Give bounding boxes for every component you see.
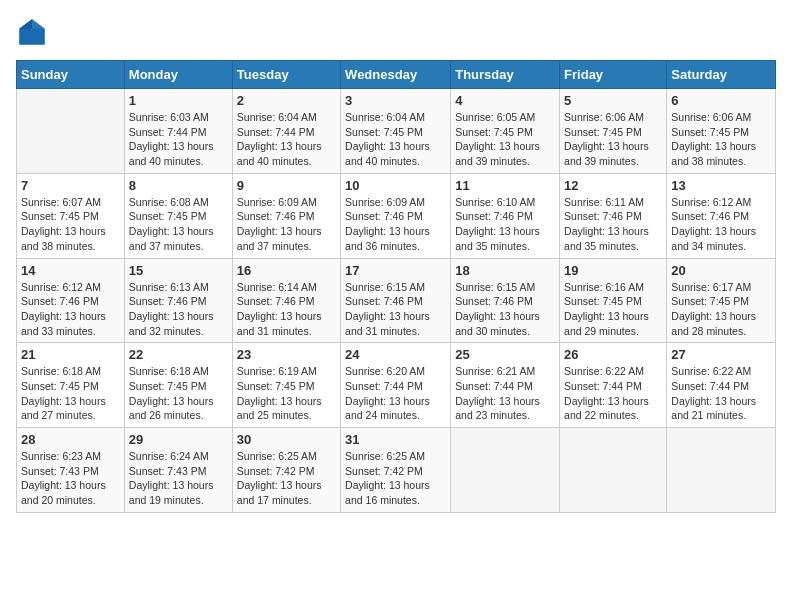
calendar-cell: 6Sunrise: 6:06 AMSunset: 7:45 PMDaylight… xyxy=(667,89,776,174)
day-info: Sunrise: 6:04 AMSunset: 7:44 PMDaylight:… xyxy=(237,110,336,169)
day-info: Sunrise: 6:10 AMSunset: 7:46 PMDaylight:… xyxy=(455,195,555,254)
daylight-text-2: and 38 minutes. xyxy=(21,239,120,254)
calendar-cell xyxy=(451,428,560,513)
day-info: Sunrise: 6:15 AMSunset: 7:46 PMDaylight:… xyxy=(455,280,555,339)
sunrise-text: Sunrise: 6:22 AM xyxy=(671,364,771,379)
day-info: Sunrise: 6:13 AMSunset: 7:46 PMDaylight:… xyxy=(129,280,228,339)
day-number: 9 xyxy=(237,178,336,193)
calendar-cell: 23Sunrise: 6:19 AMSunset: 7:45 PMDayligh… xyxy=(232,343,340,428)
calendar-cell: 26Sunrise: 6:22 AMSunset: 7:44 PMDayligh… xyxy=(560,343,667,428)
calendar-cell: 1Sunrise: 6:03 AMSunset: 7:44 PMDaylight… xyxy=(124,89,232,174)
day-info: Sunrise: 6:17 AMSunset: 7:45 PMDaylight:… xyxy=(671,280,771,339)
sunrise-text: Sunrise: 6:13 AM xyxy=(129,280,228,295)
daylight-text: Daylight: 13 hours xyxy=(129,139,228,154)
sunrise-text: Sunrise: 6:24 AM xyxy=(129,449,228,464)
day-number: 26 xyxy=(564,347,662,362)
daylight-text-2: and 16 minutes. xyxy=(345,493,446,508)
header-friday: Friday xyxy=(560,61,667,89)
sunrise-text: Sunrise: 6:05 AM xyxy=(455,110,555,125)
day-info: Sunrise: 6:20 AMSunset: 7:44 PMDaylight:… xyxy=(345,364,446,423)
sunset-text: Sunset: 7:46 PM xyxy=(455,209,555,224)
sunrise-text: Sunrise: 6:12 AM xyxy=(21,280,120,295)
sunset-text: Sunset: 7:45 PM xyxy=(345,125,446,140)
day-number: 18 xyxy=(455,263,555,278)
calendar-cell: 19Sunrise: 6:16 AMSunset: 7:45 PMDayligh… xyxy=(560,258,667,343)
sunset-text: Sunset: 7:45 PM xyxy=(21,379,120,394)
calendar-cell: 8Sunrise: 6:08 AMSunset: 7:45 PMDaylight… xyxy=(124,173,232,258)
calendar-cell: 14Sunrise: 6:12 AMSunset: 7:46 PMDayligh… xyxy=(17,258,125,343)
day-info: Sunrise: 6:12 AMSunset: 7:46 PMDaylight:… xyxy=(671,195,771,254)
day-number: 31 xyxy=(345,432,446,447)
day-number: 30 xyxy=(237,432,336,447)
daylight-text: Daylight: 13 hours xyxy=(671,394,771,409)
calendar-cell: 2Sunrise: 6:04 AMSunset: 7:44 PMDaylight… xyxy=(232,89,340,174)
daylight-text: Daylight: 13 hours xyxy=(129,224,228,239)
day-info: Sunrise: 6:25 AMSunset: 7:42 PMDaylight:… xyxy=(237,449,336,508)
calendar-cell xyxy=(667,428,776,513)
daylight-text: Daylight: 13 hours xyxy=(345,139,446,154)
sunrise-text: Sunrise: 6:04 AM xyxy=(345,110,446,125)
calendar-cell: 15Sunrise: 6:13 AMSunset: 7:46 PMDayligh… xyxy=(124,258,232,343)
day-number: 24 xyxy=(345,347,446,362)
daylight-text: Daylight: 13 hours xyxy=(455,224,555,239)
day-info: Sunrise: 6:16 AMSunset: 7:45 PMDaylight:… xyxy=(564,280,662,339)
page-header xyxy=(16,16,776,48)
day-number: 15 xyxy=(129,263,228,278)
daylight-text-2: and 31 minutes. xyxy=(345,324,446,339)
sunrise-text: Sunrise: 6:21 AM xyxy=(455,364,555,379)
day-number: 14 xyxy=(21,263,120,278)
sunset-text: Sunset: 7:44 PM xyxy=(455,379,555,394)
day-number: 25 xyxy=(455,347,555,362)
day-info: Sunrise: 6:09 AMSunset: 7:46 PMDaylight:… xyxy=(345,195,446,254)
sunset-text: Sunset: 7:43 PM xyxy=(21,464,120,479)
sunset-text: Sunset: 7:46 PM xyxy=(21,294,120,309)
sunrise-text: Sunrise: 6:25 AM xyxy=(345,449,446,464)
header-monday: Monday xyxy=(124,61,232,89)
day-info: Sunrise: 6:04 AMSunset: 7:45 PMDaylight:… xyxy=(345,110,446,169)
sunset-text: Sunset: 7:44 PM xyxy=(237,125,336,140)
daylight-text-2: and 40 minutes. xyxy=(237,154,336,169)
day-info: Sunrise: 6:18 AMSunset: 7:45 PMDaylight:… xyxy=(129,364,228,423)
calendar-cell xyxy=(560,428,667,513)
sunset-text: Sunset: 7:46 PM xyxy=(237,209,336,224)
sunrise-text: Sunrise: 6:16 AM xyxy=(564,280,662,295)
sunrise-text: Sunrise: 6:08 AM xyxy=(129,195,228,210)
calendar-cell: 10Sunrise: 6:09 AMSunset: 7:46 PMDayligh… xyxy=(341,173,451,258)
day-info: Sunrise: 6:22 AMSunset: 7:44 PMDaylight:… xyxy=(564,364,662,423)
day-info: Sunrise: 6:25 AMSunset: 7:42 PMDaylight:… xyxy=(345,449,446,508)
daylight-text: Daylight: 13 hours xyxy=(564,394,662,409)
calendar-table: SundayMondayTuesdayWednesdayThursdayFrid… xyxy=(16,60,776,513)
day-info: Sunrise: 6:06 AMSunset: 7:45 PMDaylight:… xyxy=(671,110,771,169)
calendar-header-row: SundayMondayTuesdayWednesdayThursdayFrid… xyxy=(17,61,776,89)
sunset-text: Sunset: 7:45 PM xyxy=(455,125,555,140)
header-tuesday: Tuesday xyxy=(232,61,340,89)
day-info: Sunrise: 6:05 AMSunset: 7:45 PMDaylight:… xyxy=(455,110,555,169)
day-number: 11 xyxy=(455,178,555,193)
day-number: 23 xyxy=(237,347,336,362)
week-row-2: 14Sunrise: 6:12 AMSunset: 7:46 PMDayligh… xyxy=(17,258,776,343)
day-number: 12 xyxy=(564,178,662,193)
daylight-text: Daylight: 13 hours xyxy=(21,309,120,324)
calendar-cell: 20Sunrise: 6:17 AMSunset: 7:45 PMDayligh… xyxy=(667,258,776,343)
sunrise-text: Sunrise: 6:25 AM xyxy=(237,449,336,464)
calendar-cell: 22Sunrise: 6:18 AMSunset: 7:45 PMDayligh… xyxy=(124,343,232,428)
sunset-text: Sunset: 7:46 PM xyxy=(671,209,771,224)
daylight-text-2: and 25 minutes. xyxy=(237,408,336,423)
daylight-text-2: and 35 minutes. xyxy=(455,239,555,254)
sunset-text: Sunset: 7:46 PM xyxy=(345,294,446,309)
sunrise-text: Sunrise: 6:20 AM xyxy=(345,364,446,379)
calendar-cell: 30Sunrise: 6:25 AMSunset: 7:42 PMDayligh… xyxy=(232,428,340,513)
day-info: Sunrise: 6:07 AMSunset: 7:45 PMDaylight:… xyxy=(21,195,120,254)
calendar-cell: 21Sunrise: 6:18 AMSunset: 7:45 PMDayligh… xyxy=(17,343,125,428)
svg-marker-2 xyxy=(19,19,32,29)
calendar-cell: 9Sunrise: 6:09 AMSunset: 7:46 PMDaylight… xyxy=(232,173,340,258)
day-number: 20 xyxy=(671,263,771,278)
sunset-text: Sunset: 7:45 PM xyxy=(564,294,662,309)
day-info: Sunrise: 6:22 AMSunset: 7:44 PMDaylight:… xyxy=(671,364,771,423)
sunrise-text: Sunrise: 6:18 AM xyxy=(129,364,228,379)
calendar-cell: 25Sunrise: 6:21 AMSunset: 7:44 PMDayligh… xyxy=(451,343,560,428)
calendar-cell xyxy=(17,89,125,174)
daylight-text-2: and 36 minutes. xyxy=(345,239,446,254)
logo-icon xyxy=(16,16,48,48)
header-sunday: Sunday xyxy=(17,61,125,89)
